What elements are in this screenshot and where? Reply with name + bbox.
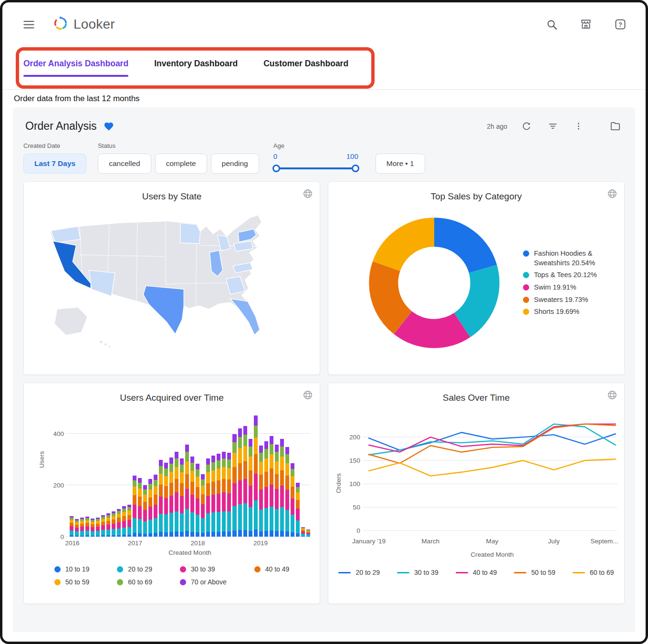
stacked-bar[interactable] (75, 519, 79, 537)
stacked-bar[interactable] (159, 460, 163, 537)
stacked-bar[interactable] (70, 516, 73, 537)
folder-icon[interactable] (608, 119, 623, 134)
stacked-bar[interactable] (185, 445, 189, 537)
created-date-value-chip[interactable]: Last 7 Days (23, 154, 86, 174)
stacked-bar[interactable] (238, 428, 242, 537)
stacked-bar[interactable] (275, 445, 279, 537)
stacked-bar[interactable] (180, 458, 184, 537)
looker-logo[interactable]: Looker (52, 15, 115, 33)
slider-handle-max[interactable] (352, 165, 359, 172)
legend-item[interactable]: 60 to 69 (573, 568, 614, 577)
stacked-bar[interactable] (164, 463, 168, 537)
stacked-bar[interactable] (306, 530, 310, 537)
stacked-bar[interactable] (122, 506, 126, 537)
stacked-bar[interactable] (96, 518, 100, 537)
stacked-bar[interactable] (227, 453, 231, 537)
bar-segment (175, 458, 178, 467)
state-hawaii[interactable] (105, 343, 106, 345)
status-option-pending[interactable]: pending (211, 154, 259, 174)
stacked-bar[interactable] (154, 475, 157, 537)
stacked-bar[interactable] (301, 527, 305, 537)
menu-icon[interactable] (21, 16, 37, 33)
more-filters-button[interactable]: More • 1 (376, 154, 425, 174)
refresh-icon[interactable] (520, 119, 533, 133)
tab-inventory-dashboard[interactable]: Inventory Dashboard (154, 59, 238, 77)
stacked-bar[interactable] (259, 446, 263, 537)
stacked-bar[interactable] (143, 485, 147, 537)
stacked-bar[interactable] (285, 447, 289, 537)
stacked-bar[interactable] (232, 434, 236, 537)
legend-item[interactable]: 40 to 49 (254, 565, 290, 574)
state-hawaii[interactable] (108, 346, 110, 348)
legend-item[interactable]: Shorts 19.69% (523, 307, 614, 317)
legend-item[interactable]: 20 to 29 (117, 565, 152, 574)
stacked-bar[interactable] (217, 454, 220, 537)
stacked-bar[interactable] (169, 457, 173, 537)
line-series-60-to-69[interactable] (369, 459, 616, 476)
legend-item[interactable]: 30 to 39 (397, 568, 439, 577)
stacked-bar[interactable] (206, 458, 210, 537)
stacked-bar[interactable] (127, 505, 131, 537)
help-icon[interactable]: ? (612, 16, 628, 32)
stacked-bar[interactable] (80, 518, 84, 537)
stacked-bar[interactable] (222, 452, 226, 537)
stacked-bar[interactable] (291, 463, 294, 537)
stacked-bar[interactable] (270, 436, 273, 537)
legend-item[interactable]: 70 or Above (180, 578, 227, 587)
stacked-bar[interactable] (91, 519, 94, 537)
legend-item[interactable]: 50 to 59 (514, 568, 555, 577)
stacked-bar[interactable] (201, 474, 205, 537)
stacked-bar[interactable] (296, 483, 300, 537)
slider-track[interactable] (274, 167, 357, 169)
legend-item[interactable]: Tops & Tees 20.12% (523, 270, 614, 280)
stacked-bar[interactable] (280, 439, 284, 537)
status-option-cancelled[interactable]: cancelled (98, 154, 151, 174)
us-choropleth-map[interactable] (38, 207, 305, 353)
stacked-bar[interactable] (106, 513, 110, 537)
stacked-bar[interactable] (249, 439, 252, 537)
stacked-bar[interactable] (85, 517, 89, 537)
stacked-bar[interactable] (101, 515, 105, 537)
legend-item[interactable]: Sweaters 19.73% (523, 295, 614, 305)
stacked-bar[interactable] (117, 509, 121, 537)
stacked-bar[interactable] (264, 441, 268, 537)
donut-chart[interactable] (365, 213, 504, 353)
legend-item[interactable]: 10 to 19 (54, 565, 90, 574)
legend-item[interactable]: Swim 19.91% (523, 283, 614, 292)
stacked-bar[interactable] (254, 415, 258, 537)
search-icon[interactable] (544, 17, 560, 32)
state-alaska[interactable] (54, 307, 87, 335)
favorite-heart-icon[interactable] (104, 121, 114, 132)
tab-customer-dashboard[interactable]: Customer Dashboard (263, 59, 348, 77)
kebab-menu-icon[interactable] (572, 120, 585, 133)
legend-item[interactable]: 60 to 69 (117, 578, 152, 587)
stacked-bar[interactable] (211, 456, 215, 537)
stacked-bar[interactable] (196, 464, 199, 537)
legend-item[interactable]: 20 to 29 (338, 568, 380, 577)
state-florida[interactable] (230, 299, 260, 335)
stacked-bar[interactable] (190, 457, 194, 537)
stacked-bar[interactable] (148, 479, 152, 537)
legend-item[interactable]: Fashion Hoodies & Sweatshirts 20.54% (523, 249, 614, 268)
state-hawaii[interactable] (100, 341, 102, 343)
bar-segment (148, 498, 152, 507)
status-option-complete[interactable]: complete (155, 154, 207, 174)
stacked-bar[interactable] (112, 511, 115, 537)
stacked-bar[interactable] (133, 476, 136, 537)
state-texas[interactable] (143, 286, 184, 334)
bar-segment (227, 531, 231, 537)
state-minnesota[interactable] (180, 223, 200, 243)
legend-item[interactable]: 50 to 59 (54, 578, 90, 587)
line-chart[interactable]: 050100150200January '19MarchMayJulySepte… (331, 407, 621, 564)
legend-item[interactable]: 40 to 49 (456, 568, 497, 577)
legend-item[interactable]: 30 to 39 (180, 565, 227, 574)
age-range-slider[interactable]: 0 100 (273, 154, 358, 174)
filter-icon[interactable] (546, 119, 560, 133)
tab-order-analysis-dashboard[interactable]: Order Analysis Dashboard (23, 59, 128, 77)
state-arizona[interactable] (89, 270, 115, 296)
marketplace-icon[interactable] (578, 16, 594, 32)
stacked-bar[interactable] (243, 426, 247, 537)
stacked-bar[interactable] (175, 452, 178, 537)
slider-handle-min[interactable] (272, 165, 280, 172)
stacked-bar[interactable] (138, 478, 142, 537)
